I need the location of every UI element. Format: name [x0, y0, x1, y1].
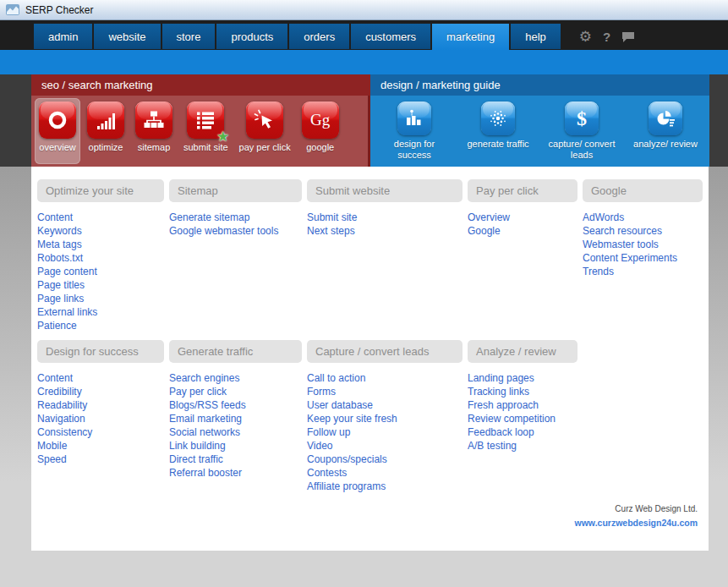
link[interactable]: Tracking links	[468, 385, 577, 398]
link[interactable]: Google	[468, 224, 577, 238]
link[interactable]: Email marketing	[169, 412, 302, 425]
tab-admin[interactable]: admin	[34, 24, 92, 49]
menu-item-google[interactable]: Gg google	[298, 98, 343, 164]
seo-menu: seo / search marketing overview	[31, 74, 370, 167]
link[interactable]: Keep your site fresh	[307, 412, 463, 425]
section-sitemap: Sitemap Generate sitemapGoogle webmaster…	[169, 179, 302, 332]
section-link-list: ContentCredibilityReadabilityNavigationC…	[37, 371, 164, 466]
tab-store[interactable]: store	[162, 24, 216, 49]
link[interactable]: Link building	[169, 439, 302, 453]
section-submit-website: Submit website Submit siteNext steps	[307, 179, 463, 332]
menus-row: seo / search marketing overview	[0, 74, 728, 167]
nav-utility-icons: ⚙ ?	[579, 24, 635, 49]
link[interactable]: Page titles	[37, 278, 164, 292]
tab-marketing[interactable]: marketing	[432, 24, 509, 50]
menu-item-label: overview	[39, 142, 75, 152]
tab-website[interactable]: website	[94, 24, 160, 49]
tab-help[interactable]: help	[511, 24, 561, 49]
help-question-icon[interactable]: ?	[603, 30, 610, 43]
menu-item-label: analyze/ review	[629, 139, 702, 150]
link[interactable]: Review competition	[468, 412, 577, 425]
tab-products[interactable]: products	[216, 24, 287, 49]
link[interactable]: Page content	[37, 265, 164, 278]
link[interactable]: Credibility	[37, 385, 164, 398]
link[interactable]: Direct traffic	[169, 453, 302, 466]
link[interactable]: Google webmaster tools	[169, 224, 302, 238]
link[interactable]: User database	[307, 398, 463, 412]
sitemap-icon	[143, 109, 165, 131]
link[interactable]: Content Experiments	[583, 251, 703, 265]
section-google: Google AdWordsSearch resourcesWebmaster …	[583, 179, 703, 332]
link[interactable]: Next steps	[307, 224, 463, 238]
link[interactable]: A/B testing	[468, 439, 577, 453]
menu-item-overview[interactable]: overview	[35, 98, 80, 164]
link[interactable]: Webmaster tools	[583, 238, 703, 251]
menu-item-pay-per-click[interactable]: pay per click	[235, 98, 295, 164]
link[interactable]: Readability	[37, 398, 164, 412]
link[interactable]: Affiliate programs	[307, 480, 463, 493]
footer-website-link[interactable]: www.curzwebdesign24u.com	[575, 518, 698, 528]
link[interactable]: Landing pages	[468, 371, 577, 385]
menu-item-submit-site[interactable]: ★ submit site	[179, 98, 233, 164]
design-menu-title: design / marketing guide	[370, 74, 709, 96]
link[interactable]: Content	[37, 211, 164, 224]
link[interactable]: Blogs/RSS feeds	[169, 398, 302, 412]
link[interactable]: External links	[37, 305, 164, 319]
menu-item-label: google	[306, 142, 334, 152]
settings-gear-icon[interactable]: ⚙	[579, 30, 592, 44]
sections-row-2: Design for success ContentCredibilityRea…	[37, 340, 709, 493]
section-title: Design for success	[37, 340, 164, 363]
link[interactable]: Keywords	[37, 224, 164, 238]
seo-menu-body: overview optimize	[31, 96, 370, 167]
section-generate-traffic: Generate traffic Search enginesPay per c…	[169, 340, 302, 493]
menu-item-analyze-review[interactable]: analyze/ review	[625, 98, 706, 164]
podium-chart-icon	[404, 108, 424, 129]
link[interactable]: Social networks	[169, 425, 302, 439]
link[interactable]: Contests	[307, 466, 463, 480]
link[interactable]: Mobile	[37, 439, 164, 453]
link[interactable]: Trends	[583, 265, 703, 278]
menu-item-design-for-success[interactable]: design for success	[374, 98, 455, 164]
link[interactable]: Overview	[468, 211, 577, 224]
link[interactable]: Fresh approach	[468, 398, 577, 412]
link[interactable]: AdWords	[583, 211, 703, 224]
link[interactable]: Robots.txt	[37, 251, 164, 265]
menu-item-generate-traffic[interactable]: generate traffic	[457, 98, 539, 164]
link[interactable]: Call to action	[307, 371, 463, 385]
link[interactable]: Search engines	[169, 371, 302, 385]
chat-bubble-icon[interactable]	[621, 31, 635, 42]
link[interactable]: Feedback loop	[468, 425, 577, 439]
menu-item-capture-convert-leads[interactable]: $ capture/ convert leads	[541, 98, 622, 164]
link[interactable]: Generate sitemap	[169, 211, 302, 224]
link[interactable]: Speed	[37, 453, 164, 466]
link[interactable]: Coupons/specials	[307, 453, 463, 466]
menu-item-sitemap[interactable]: sitemap	[131, 98, 177, 164]
menu-item-optimize[interactable]: optimize	[83, 98, 129, 164]
link[interactable]: Search resources	[583, 224, 703, 238]
active-section-band	[0, 50, 728, 74]
link[interactable]: Submit site	[307, 211, 463, 224]
link[interactable]: Pay per click	[169, 385, 302, 398]
section-design-for-success: Design for success ContentCredibilityRea…	[37, 340, 164, 493]
link[interactable]: Patience	[37, 319, 164, 332]
link[interactable]: Page links	[37, 292, 164, 305]
link[interactable]: Navigation	[37, 412, 164, 425]
section-optimize-your-site: Optimize your site ContentKeywordsMeta t…	[37, 179, 164, 332]
dollar-icon: $	[577, 107, 587, 130]
link[interactable]: Content	[37, 371, 164, 385]
section-link-list: ContentKeywordsMeta tagsRobots.txtPage c…	[37, 211, 164, 332]
section-link-list: OverviewGoogle	[468, 211, 577, 238]
tab-customers[interactable]: customers	[351, 24, 430, 49]
window-titlebar: SERP Checker	[0, 0, 728, 20]
section-link-list: Landing pagesTracking linksFresh approac…	[468, 371, 577, 453]
tab-orders[interactable]: orders	[289, 24, 349, 49]
link[interactable]: Forms	[307, 385, 463, 398]
link[interactable]: Meta tags	[37, 238, 164, 251]
green-star-icon: ★	[216, 129, 229, 144]
link[interactable]: Consistency	[37, 425, 164, 439]
link[interactable]: Referral booster	[169, 466, 302, 480]
section-analyze-review: Analyze / review Landing pagesTracking l…	[468, 340, 577, 493]
menu-item-label: sitemap	[138, 142, 171, 152]
link[interactable]: Video	[307, 439, 463, 453]
link[interactable]: Follow up	[307, 425, 463, 439]
